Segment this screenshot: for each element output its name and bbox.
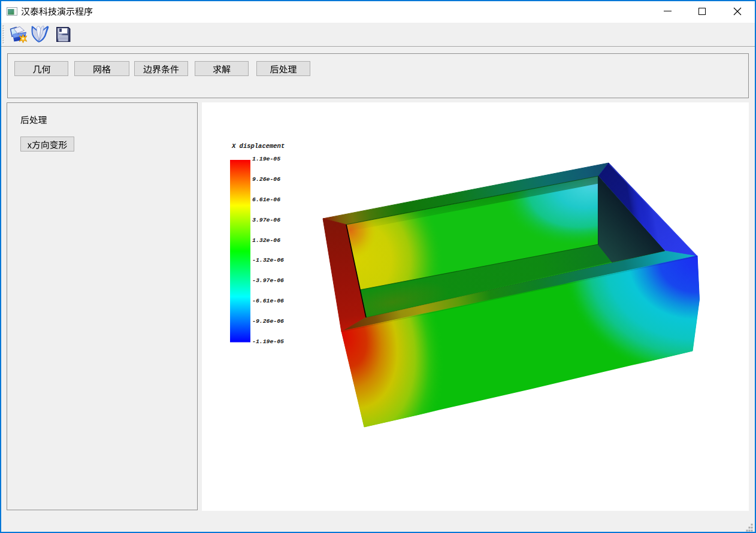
svg-text:1.19e-05: 1.19e-05 bbox=[252, 156, 280, 162]
svg-text:-1.32e-06: -1.32e-06 bbox=[252, 257, 284, 264]
svg-text:9.26e-06: 9.26e-06 bbox=[252, 176, 280, 183]
svg-text:X displacement: X displacement bbox=[231, 143, 285, 150]
svg-text:-9.26e-06: -9.26e-06 bbox=[252, 318, 284, 325]
svg-text:-1.19e-05: -1.19e-05 bbox=[252, 338, 284, 345]
svg-text:-3.97e-06: -3.97e-06 bbox=[252, 277, 284, 284]
svg-text:6.61e-06: 6.61e-06 bbox=[252, 196, 280, 203]
svg-text:3.97e-06: 3.97e-06 bbox=[252, 217, 280, 223]
svg-text:1.32e-06: 1.32e-06 bbox=[252, 237, 280, 244]
svg-text:-6.61e-06: -6.61e-06 bbox=[252, 298, 284, 304]
